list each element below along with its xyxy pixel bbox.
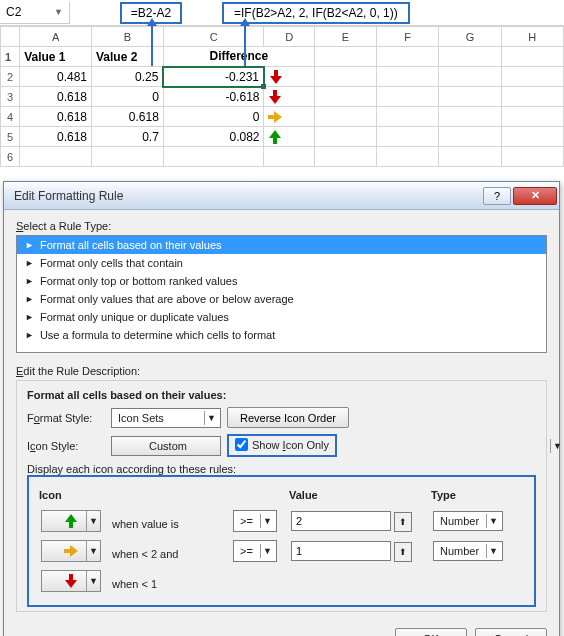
spreadsheet-grid[interactable]: A B C D E F G H 1 Value 1 Value 2 Differ… (0, 26, 564, 167)
cell[interactable] (314, 67, 376, 87)
cell[interactable] (501, 107, 563, 127)
format-style-row: Format Style: Icon Sets ▼ Reverse Icon O… (27, 407, 536, 428)
cell[interactable] (20, 147, 92, 167)
cell[interactable]: 0.618 (20, 127, 92, 147)
chevron-right-icon: ► (25, 330, 34, 340)
help-button[interactable]: ? (483, 187, 511, 205)
cell[interactable] (264, 147, 314, 167)
row-header[interactable]: 6 (1, 147, 20, 167)
cell[interactable] (439, 127, 501, 147)
select-all-corner[interactable] (1, 27, 20, 47)
cell[interactable] (439, 47, 501, 67)
cell[interactable] (314, 47, 376, 67)
col-header[interactable]: D (264, 27, 314, 47)
name-box[interactable]: C2 ▼ (0, 2, 70, 24)
cell[interactable] (314, 147, 376, 167)
col-header[interactable]: H (501, 27, 563, 47)
cancel-button[interactable]: Cancel (475, 628, 547, 636)
chevron-right-icon: ► (25, 276, 34, 286)
close-button[interactable]: ✕ (513, 187, 557, 205)
cell[interactable]: 0 (92, 87, 164, 107)
operator-combo[interactable]: >=▼ (233, 540, 277, 562)
rule-type-item[interactable]: ►Format only unique or duplicate values (17, 308, 546, 326)
chevron-down-icon[interactable]: ▼ (54, 7, 63, 17)
row-header[interactable]: 1 (1, 47, 20, 67)
cell[interactable] (314, 127, 376, 147)
icon-picker[interactable]: ▼ (41, 540, 101, 562)
cell[interactable] (439, 107, 501, 127)
cell[interactable]: Value 1 (20, 47, 92, 67)
value-input[interactable] (291, 541, 391, 561)
col-header[interactable]: A (20, 27, 92, 47)
cell[interactable] (501, 147, 563, 167)
cell[interactable] (377, 87, 439, 107)
cell[interactable] (92, 147, 164, 167)
cell[interactable] (377, 67, 439, 87)
rule-type-item[interactable]: ►Format only values that are above or be… (17, 290, 546, 308)
value-picker-button[interactable]: ⬆ (394, 542, 412, 562)
row-header[interactable]: 5 (1, 127, 20, 147)
cell[interactable] (501, 67, 563, 87)
chevron-down-icon: ▼ (86, 511, 100, 531)
icon-picker[interactable]: ▼ (41, 570, 101, 592)
cell[interactable] (439, 67, 501, 87)
cell-icon[interactable] (264, 67, 314, 87)
frame-title: Format all cells based on their values: (27, 389, 536, 401)
cell[interactable] (377, 127, 439, 147)
cell[interactable] (439, 147, 501, 167)
cell[interactable]: -0.618 (163, 87, 264, 107)
cell-icon[interactable] (264, 87, 314, 107)
table-row: 1 Value 1 Value 2 Difference (1, 47, 564, 67)
row-header[interactable]: 4 (1, 107, 20, 127)
value-input[interactable] (291, 511, 391, 531)
column-header-row: A B C D E F G H (1, 27, 564, 47)
col-header[interactable]: F (377, 27, 439, 47)
operator-combo[interactable]: >=▼ (233, 510, 277, 532)
type-combo[interactable]: Number▼ (433, 541, 503, 561)
col-header[interactable]: E (314, 27, 376, 47)
cell[interactable] (314, 107, 376, 127)
row-header[interactable]: 2 (1, 67, 20, 87)
rule-type-item[interactable]: ►Format only top or bottom ranked values (17, 272, 546, 290)
rule-type-item[interactable]: ►Format only cells that contain (17, 254, 546, 272)
type-combo[interactable]: Number▼ (433, 511, 503, 531)
rule-description-frame: Format all cells based on their values: … (16, 380, 547, 612)
cell[interactable]: 0.25 (92, 67, 164, 87)
cell[interactable]: 0 (163, 107, 264, 127)
cell[interactable]: -0.231 (163, 67, 264, 87)
cell[interactable] (377, 147, 439, 167)
cell[interactable]: 0.618 (20, 107, 92, 127)
arrow-down-icon (64, 574, 78, 588)
cell[interactable]: 0.7 (92, 127, 164, 147)
show-icon-only-checkbox[interactable] (235, 438, 248, 451)
cell-icon[interactable] (264, 107, 314, 127)
cell[interactable]: 0.618 (20, 87, 92, 107)
rule-type-list[interactable]: ►Format all cells based on their values►… (16, 235, 547, 353)
cell[interactable]: 0.481 (20, 67, 92, 87)
formula-2-text: =IF(B2>A2, 2, IF(B2<A2, 0, 1)) (234, 6, 398, 20)
cell[interactable]: 0.082 (163, 127, 264, 147)
cell[interactable] (377, 107, 439, 127)
cell[interactable]: 0.618 (92, 107, 164, 127)
cell-icon[interactable] (264, 127, 314, 147)
cell[interactable] (439, 87, 501, 107)
cell[interactable] (377, 47, 439, 67)
rule-type-item[interactable]: ►Use a formula to determine which cells … (17, 326, 546, 344)
col-header[interactable]: G (439, 27, 501, 47)
cell[interactable] (314, 87, 376, 107)
icon-style-combo[interactable]: Custom ▼ (111, 436, 221, 456)
icon-picker[interactable]: ▼ (41, 510, 101, 532)
cell[interactable] (501, 127, 563, 147)
row-header[interactable]: 3 (1, 87, 20, 107)
value-picker-button[interactable]: ⬆ (394, 512, 412, 532)
cell[interactable]: Difference (163, 47, 314, 67)
ok-button[interactable]: OK (395, 628, 467, 636)
cell[interactable] (163, 147, 264, 167)
rule-type-item[interactable]: ►Format all cells based on their values (17, 236, 546, 254)
cell[interactable] (501, 47, 563, 67)
cell[interactable] (501, 87, 563, 107)
dialog-titlebar[interactable]: Edit Formatting Rule ? ✕ (4, 182, 559, 210)
col-header[interactable]: C (163, 27, 264, 47)
reverse-icon-order-button[interactable]: Reverse Icon Order (227, 407, 349, 428)
format-style-combo[interactable]: Icon Sets ▼ (111, 408, 221, 428)
